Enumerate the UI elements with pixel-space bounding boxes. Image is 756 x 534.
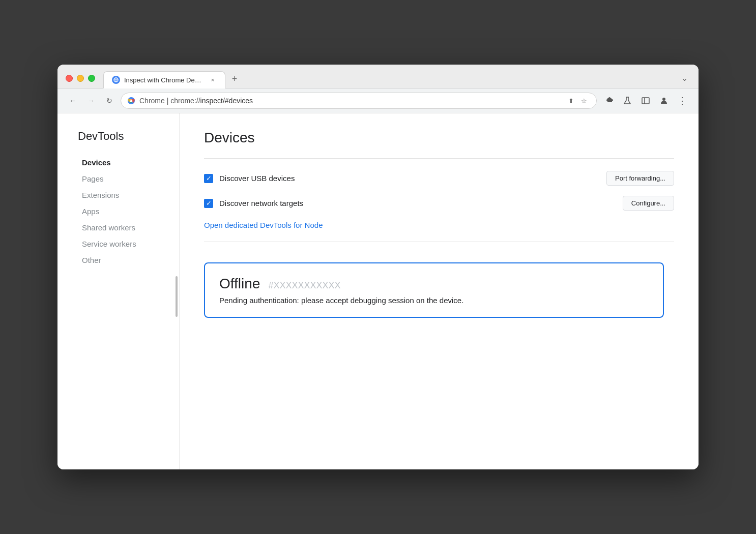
network-option-row: ✓ Discover network targets Configure... bbox=[204, 196, 674, 211]
new-tab-button[interactable]: + bbox=[227, 72, 242, 86]
tab-favicon bbox=[112, 76, 120, 84]
svg-rect-6 bbox=[642, 98, 649, 104]
address-text: Chrome | chrome://inspect/#devices bbox=[139, 97, 561, 105]
sidebar-item-devices[interactable]: Devices bbox=[78, 155, 171, 170]
device-status-line: Offline #XXXXXXXXXXX bbox=[219, 276, 649, 292]
maximize-window-button[interactable] bbox=[88, 75, 95, 82]
sidebar-item-pages[interactable]: Pages bbox=[78, 171, 171, 187]
network-checkbox[interactable]: ✓ bbox=[204, 199, 213, 208]
usb-option-label: Discover USB devices bbox=[219, 174, 295, 183]
tab-bar: Inspect with Chrome Develope × + ⌄ bbox=[103, 71, 690, 88]
sidebar-item-service-workers[interactable]: Service workers bbox=[78, 236, 171, 252]
chrome-menu-button[interactable]: ⋮ bbox=[674, 93, 690, 109]
labs-button[interactable] bbox=[619, 93, 635, 109]
back-button[interactable]: ← bbox=[66, 94, 80, 108]
bookmark-button[interactable]: ☆ bbox=[578, 95, 590, 107]
options-divider bbox=[204, 242, 674, 242]
usb-checkbox[interactable]: ✓ bbox=[204, 174, 213, 183]
extensions-button[interactable] bbox=[601, 93, 617, 109]
toolbar-actions: ⋮ bbox=[601, 93, 690, 109]
sidebar-item-shared-workers[interactable]: Shared workers bbox=[78, 220, 171, 235]
sidebar: DevTools Devices Pages Extensions Apps S… bbox=[57, 113, 180, 469]
content-area: DevTools Devices Pages Extensions Apps S… bbox=[57, 113, 699, 469]
forward-button[interactable]: → bbox=[84, 94, 98, 108]
share-button[interactable]: ⬆ bbox=[565, 95, 577, 107]
title-bar: Inspect with Chrome Develope × + ⌄ bbox=[57, 65, 699, 88]
checkmark-icon-2: ✓ bbox=[206, 200, 212, 206]
checkmark-icon: ✓ bbox=[206, 175, 212, 182]
minimize-window-button[interactable] bbox=[77, 75, 84, 82]
device-status-label: Offline bbox=[219, 276, 260, 292]
sidebar-button[interactable] bbox=[637, 93, 654, 109]
device-card: Offline #XXXXXXXXXXX Pending authenticat… bbox=[204, 262, 664, 318]
port-forwarding-button[interactable]: Port forwarding... bbox=[606, 171, 674, 186]
main-panel: Devices ✓ Discover USB devices Port forw… bbox=[180, 113, 699, 469]
tab-menu-button[interactable]: ⌄ bbox=[678, 72, 690, 84]
network-option-label: Discover network targets bbox=[219, 199, 303, 207]
sidebar-title: DevTools bbox=[78, 130, 171, 143]
device-message: Pending authentication: please accept de… bbox=[219, 296, 649, 305]
sidebar-item-extensions[interactable]: Extensions bbox=[78, 188, 171, 203]
svg-point-8 bbox=[662, 98, 665, 101]
devtools-node-link[interactable]: Open dedicated DevTools for Node bbox=[204, 221, 323, 229]
options-section: ✓ Discover USB devices Port forwarding..… bbox=[204, 171, 674, 211]
network-option-left: ✓ Discover network targets bbox=[204, 199, 623, 208]
sidebar-nav: Devices Pages Extensions Apps Shared wor… bbox=[78, 155, 171, 268]
browser-window: Inspect with Chrome Develope × + ⌄ ← → ↻… bbox=[57, 65, 699, 469]
sidebar-item-other[interactable]: Other bbox=[78, 253, 171, 268]
address-path: inspect/#devices bbox=[200, 97, 253, 105]
nav-bar: ← → ↻ Chrome | chrome://inspect/#devices… bbox=[57, 88, 699, 113]
page-title: Devices bbox=[204, 130, 674, 146]
address-domain: Chrome | chrome:// bbox=[139, 97, 200, 105]
traffic-lights bbox=[66, 75, 95, 88]
title-divider bbox=[204, 158, 674, 159]
usb-option-left: ✓ Discover USB devices bbox=[204, 174, 606, 183]
tab-close-button[interactable]: × bbox=[209, 76, 217, 84]
configure-button[interactable]: Configure... bbox=[623, 196, 674, 211]
address-bar[interactable]: Chrome | chrome://inspect/#devices ⬆ ☆ bbox=[121, 93, 597, 109]
active-tab[interactable]: Inspect with Chrome Develope × bbox=[103, 71, 225, 88]
usb-option-row: ✓ Discover USB devices Port forwarding..… bbox=[204, 171, 674, 186]
device-id-label: #XXXXXXXXXXX bbox=[268, 280, 340, 291]
sidebar-item-apps[interactable]: Apps bbox=[78, 204, 171, 219]
chrome-logo-icon bbox=[127, 97, 135, 105]
refresh-button[interactable]: ↻ bbox=[102, 94, 117, 108]
scrollbar-indicator[interactable] bbox=[176, 276, 178, 317]
close-window-button[interactable] bbox=[66, 75, 73, 82]
profile-button[interactable] bbox=[656, 93, 672, 109]
tab-title: Inspect with Chrome Develope bbox=[124, 76, 205, 84]
address-actions: ⬆ ☆ bbox=[565, 95, 590, 107]
